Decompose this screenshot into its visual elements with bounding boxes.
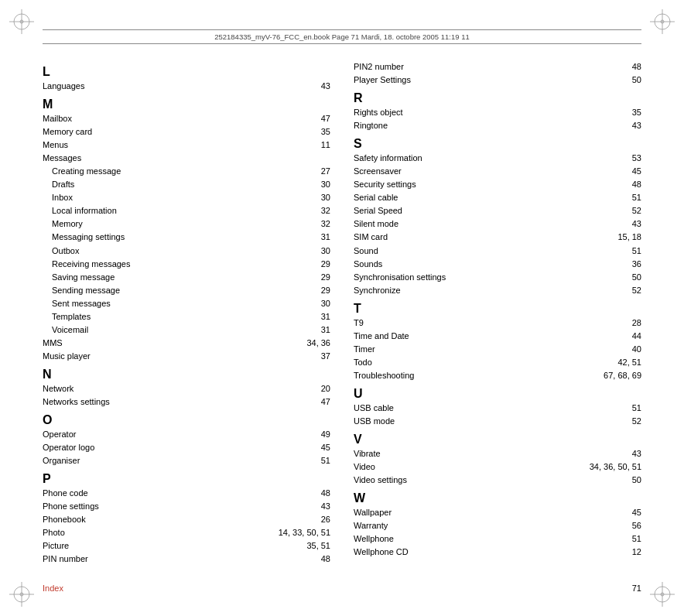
index-row: Timer40 <box>354 343 641 356</box>
index-num: 15, 18 <box>599 231 641 244</box>
index-num: 42, 51 <box>599 356 641 369</box>
index-num: 34, 36 <box>288 337 330 350</box>
index-num: 26 <box>288 513 330 526</box>
index-row: Languages43 <box>43 80 330 93</box>
index-row: Wellphone51 <box>354 532 641 546</box>
index-num: 40 <box>599 343 641 356</box>
index-num: 48 <box>288 487 330 500</box>
index-label: Troubleshooting <box>354 369 599 382</box>
index-label: Security settings <box>354 178 599 191</box>
index-label: Networks settings <box>43 395 288 409</box>
index-row: Synchronize52 <box>354 284 641 297</box>
index-num: 51 <box>599 245 641 258</box>
section-letter-t: T <box>354 302 641 316</box>
corner-mark-tr <box>648 8 676 36</box>
index-row: Todo42, 51 <box>354 356 641 369</box>
index-num: 43 <box>599 447 641 460</box>
index-row: Vibrate43 <box>354 447 641 460</box>
index-label: Outbox <box>43 245 288 258</box>
index-label: Organiser <box>43 454 288 467</box>
index-row: Receiving messages29 <box>43 258 330 271</box>
index-num: 48 <box>599 178 641 191</box>
index-num: 45 <box>288 441 330 454</box>
index-row: Serial Speed52 <box>354 204 641 217</box>
index-label: Music player <box>43 350 288 363</box>
index-num: 51 <box>599 191 641 204</box>
left-column: LLanguages43MMailbox47Memory card35Menus… <box>43 60 330 573</box>
index-num: 29 <box>288 271 330 284</box>
index-label: Sound <box>354 245 599 258</box>
index-label: Operator logo <box>43 441 288 454</box>
index-label: Synchronize <box>354 284 599 297</box>
index-row: Organiser51 <box>43 454 330 467</box>
index-row: Silent mode43 <box>354 217 641 231</box>
index-label: Wellphone <box>354 532 599 546</box>
index-label: Wallpaper <box>354 506 599 519</box>
index-label: Phonebook <box>43 513 288 526</box>
index-label: USB mode <box>354 415 599 428</box>
index-num: 50 <box>599 74 641 87</box>
index-row: Wellphone CD12 <box>354 546 641 559</box>
index-num: 32 <box>288 204 330 217</box>
index-row: SIM card15, 18 <box>354 231 641 244</box>
index-num: 11 <box>288 139 330 152</box>
index-label: Video <box>354 460 587 474</box>
index-num: 47 <box>288 112 330 125</box>
index-label: Phone code <box>43 487 288 500</box>
index-num: 37 <box>288 350 330 363</box>
index-row: Ringtone43 <box>354 119 641 132</box>
index-label: Memory card <box>43 125 288 139</box>
index-row: Picture35, 51 <box>43 539 330 553</box>
index-row: Memory card35 <box>43 125 330 139</box>
index-label: Inbox <box>43 191 288 204</box>
index-num: 14, 33, 50, 51 <box>275 526 330 539</box>
index-row: Operator49 <box>43 428 330 441</box>
index-label: Synchronisation settings <box>354 271 599 284</box>
index-row: Phone settings43 <box>43 500 330 513</box>
index-num: 43 <box>599 119 641 132</box>
section-letter-r: R <box>354 91 641 105</box>
index-label: PIN number <box>43 553 288 566</box>
footer-page: 71 <box>632 583 641 593</box>
index-num: 29 <box>288 258 330 271</box>
section-letter-l: L <box>43 65 330 79</box>
index-row: Troubleshooting67, 68, 69 <box>354 369 641 382</box>
index-row: Synchronisation settings50 <box>354 271 641 284</box>
index-row: Rights object35 <box>354 106 641 119</box>
index-label: Sounds <box>354 258 599 271</box>
index-num <box>288 152 330 165</box>
index-num: 52 <box>599 284 641 297</box>
index-num: 30 <box>288 191 330 204</box>
index-label: USB cable <box>354 402 599 415</box>
index-row: USB mode52 <box>354 415 641 428</box>
index-num: 52 <box>599 415 641 428</box>
index-label: Templates <box>43 310 288 323</box>
index-label: Wellphone CD <box>354 546 599 559</box>
index-row: Sending message29 <box>43 284 330 297</box>
index-label: Sending message <box>43 284 288 297</box>
index-label: Rights object <box>354 106 599 119</box>
index-row: Sounds36 <box>354 258 641 271</box>
index-label: Ringtone <box>354 119 599 132</box>
index-label: Video settings <box>354 474 599 487</box>
index-label: Serial Speed <box>354 204 599 217</box>
index-row: Phone code48 <box>43 487 330 500</box>
index-num: 29 <box>288 284 330 297</box>
corner-mark-tl <box>8 8 36 36</box>
index-row: Sent messages30 <box>43 297 330 310</box>
index-num: 44 <box>599 330 641 343</box>
content-area: LLanguages43MMailbox47Memory card35Menus… <box>43 60 641 573</box>
section-letter-s: S <box>354 137 641 151</box>
index-label: Photo <box>43 526 275 539</box>
index-row: Time and Date44 <box>354 330 641 343</box>
section-letter-u: U <box>354 387 641 401</box>
index-label: Creating message <box>43 165 288 178</box>
footer: Index 71 <box>43 583 641 593</box>
index-row: Photo14, 33, 50, 51 <box>43 526 330 539</box>
index-label: Local information <box>43 204 288 217</box>
index-row: Messaging settings31 <box>43 231 330 244</box>
index-label: Drafts <box>43 178 288 191</box>
header-bar: 252184335_myV-76_FCC_en.book Page 71 Mar… <box>43 29 641 44</box>
index-label: Vibrate <box>354 447 599 460</box>
header-text: 252184335_myV-76_FCC_en.book Page 71 Mar… <box>214 33 470 41</box>
